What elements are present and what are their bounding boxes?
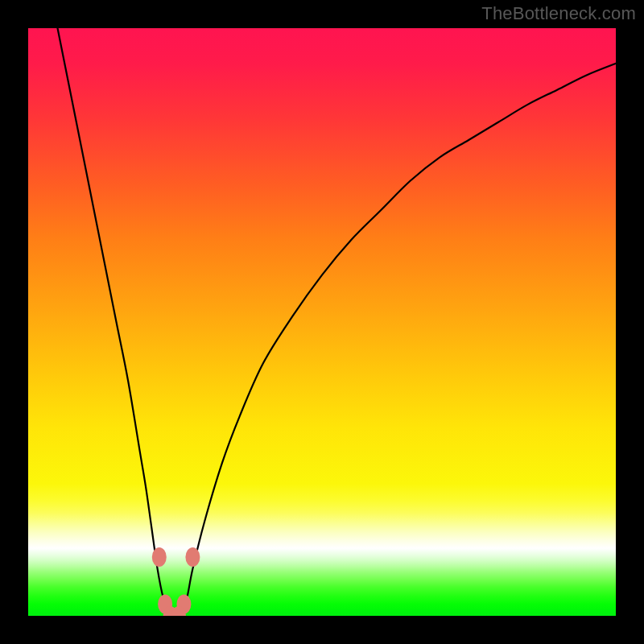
outer-frame: TheBottleneck.com (0, 0, 644, 644)
bottleneck-curve-svg (28, 28, 616, 616)
chart-area (28, 28, 616, 616)
bottleneck-curve-path (58, 28, 617, 616)
curve-marker (185, 547, 200, 567)
curve-marker (152, 547, 167, 567)
watermark-text: TheBottleneck.com (481, 3, 636, 24)
